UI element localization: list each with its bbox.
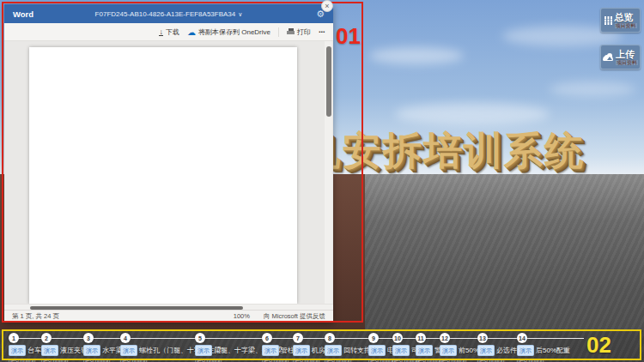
cloud-upload-icon bbox=[603, 53, 613, 62]
save-to-onedrive-label: 将副本保存到 OneDrive bbox=[198, 27, 270, 37]
chevron-down-icon: ∨ bbox=[238, 11, 242, 17]
demo-button[interactable]: 演示 bbox=[195, 345, 212, 356]
download-icon: ↓ bbox=[159, 28, 163, 36]
step-description: description bbox=[9, 358, 35, 362]
step-timeline-bar: 1演示台车组description2演示液压夹轨器description3演示水… bbox=[0, 330, 644, 362]
upload-button[interactable]: 上传 项目资料 bbox=[600, 45, 641, 69]
app-stage: 机安拆培训系统 总览 项目资料 上传 项目资料 Word F07FD245-AB… bbox=[0, 0, 644, 362]
annotation-label-01: 01 bbox=[336, 23, 361, 50]
step-description: description bbox=[120, 358, 147, 362]
step-label: 机房 bbox=[312, 346, 325, 355]
step-number-badge[interactable]: 6 bbox=[262, 333, 272, 343]
document-viewport bbox=[4, 41, 333, 304]
toolbar-divider bbox=[278, 27, 279, 37]
overview-button-sublabel: 项目资料 bbox=[615, 23, 637, 28]
demo-button[interactable]: 演示 bbox=[9, 345, 26, 356]
annotation-label-02: 02 bbox=[586, 332, 611, 359]
page-count-status: 第 1 页, 共 24 页 bbox=[12, 312, 234, 321]
step-description: description bbox=[41, 358, 68, 362]
step-description: description bbox=[83, 358, 110, 362]
step-number-badge[interactable]: 3 bbox=[83, 333, 94, 343]
vertical-scrollbar-thumb[interactable] bbox=[326, 46, 331, 117]
overview-button[interactable]: 总览 项目资料 bbox=[600, 8, 641, 33]
more-options-button[interactable]: ⋯ bbox=[319, 28, 326, 36]
demo-button[interactable]: 演示 bbox=[41, 345, 58, 356]
demo-button[interactable]: 演示 bbox=[83, 345, 100, 356]
step-number-badge[interactable]: 12 bbox=[440, 333, 450, 343]
upload-button-label: 上传 bbox=[616, 50, 635, 59]
demo-button[interactable]: 演示 bbox=[262, 345, 279, 356]
demo-button[interactable]: 演示 bbox=[120, 345, 137, 356]
step-description: description bbox=[517, 358, 544, 362]
zoom-level[interactable]: 100% bbox=[234, 312, 250, 321]
save-to-onedrive-button[interactable]: ☁ 将副本保存到 OneDrive bbox=[187, 27, 270, 37]
print-label: 打印 bbox=[297, 27, 311, 37]
step-description: description bbox=[440, 358, 466, 362]
timeline-step: 13演示必选件description bbox=[477, 333, 517, 362]
cloud-icon: ☁ bbox=[187, 27, 196, 37]
step-description: description bbox=[416, 358, 442, 362]
step-number-badge[interactable]: 10 bbox=[392, 333, 403, 343]
timeline-step: 3演示水平梁description bbox=[83, 333, 123, 362]
word-titlebar: Word F07FD245-AB10-4826-A13E-FEF8A53FBA3… bbox=[4, 4, 333, 23]
vertical-scrollbar[interactable] bbox=[325, 41, 332, 304]
cloud bbox=[550, 81, 635, 97]
step-description: description bbox=[477, 358, 504, 362]
step-number-badge[interactable]: 1 bbox=[9, 333, 19, 343]
timeline-step: 6演示管柱description bbox=[262, 333, 295, 362]
step-number-badge[interactable]: 14 bbox=[517, 333, 527, 343]
step-number-badge[interactable]: 7 bbox=[293, 333, 303, 343]
step-number-badge[interactable]: 13 bbox=[477, 333, 488, 343]
demo-button[interactable]: 演示 bbox=[325, 345, 342, 356]
horizontal-scrollbar-thumb[interactable] bbox=[30, 306, 243, 310]
step-number-badge[interactable]: 9 bbox=[368, 333, 379, 343]
download-button[interactable]: ↓ 下载 bbox=[159, 27, 179, 37]
step-number-badge[interactable]: 4 bbox=[120, 333, 131, 343]
demo-button[interactable]: 演示 bbox=[440, 345, 457, 356]
step-label: 回转支撑 bbox=[343, 346, 371, 355]
word-command-bar: ↓ 下载 ☁ 将副本保存到 OneDrive 打印 ⋯ bbox=[4, 23, 333, 41]
print-button[interactable]: 打印 bbox=[287, 27, 311, 37]
step-label: 必选件 bbox=[496, 346, 517, 355]
download-label: 下载 bbox=[166, 27, 179, 37]
step-number-badge[interactable]: 2 bbox=[41, 333, 52, 343]
grid-icon bbox=[605, 16, 612, 24]
document-title: F07FD245-AB10-4826-A13E-FEF8A53FBA34 bbox=[95, 10, 236, 18]
demo-button[interactable]: 演示 bbox=[392, 345, 410, 356]
step-number-badge[interactable]: 11 bbox=[416, 333, 426, 343]
timeline-step: 14演示后50%配重description bbox=[517, 333, 570, 362]
step-description: description bbox=[262, 358, 289, 362]
step-number-badge[interactable]: 8 bbox=[325, 333, 335, 343]
cloud bbox=[369, 47, 464, 64]
overview-button-label: 总览 bbox=[615, 13, 634, 22]
demo-button[interactable]: 演示 bbox=[477, 345, 495, 356]
word-viewer-window: Word F07FD245-AB10-4826-A13E-FEF8A53FBA3… bbox=[4, 4, 333, 323]
step-description: description bbox=[325, 358, 351, 362]
word-app-name: Word bbox=[13, 9, 73, 19]
scene-title-3d-text: 机安拆培训系统 bbox=[302, 125, 585, 177]
demo-button[interactable]: 演示 bbox=[517, 345, 534, 356]
settings-gear-icon[interactable]: ⚙ bbox=[264, 9, 325, 20]
upload-button-sublabel: 项目资料 bbox=[616, 60, 638, 65]
horizontal-scrollbar[interactable] bbox=[4, 304, 333, 310]
timeline-step: 7演示机房description bbox=[293, 333, 325, 362]
document-page bbox=[29, 47, 297, 304]
step-label: 后50%配重 bbox=[536, 346, 570, 355]
word-status-bar: 第 1 页, 共 24 页 100% 向 Microsoft 提供反馈 bbox=[4, 310, 333, 323]
close-icon[interactable]: × bbox=[321, 0, 333, 12]
step-description: description bbox=[368, 358, 395, 362]
cloud bbox=[395, 103, 550, 125]
step-description: description bbox=[293, 358, 319, 362]
printer-icon bbox=[287, 28, 295, 35]
timeline-step: 8演示回转支撑description bbox=[325, 333, 371, 362]
demo-button[interactable]: 演示 bbox=[416, 345, 433, 356]
demo-button[interactable]: 演示 bbox=[368, 345, 386, 356]
step-number-badge[interactable]: 5 bbox=[195, 333, 205, 343]
document-title-dropdown[interactable]: F07FD245-AB10-4826-A13E-FEF8A53FBA34∨ bbox=[73, 10, 264, 18]
feedback-link[interactable]: 向 Microsoft 提供反馈 bbox=[264, 312, 325, 321]
demo-button[interactable]: 演示 bbox=[293, 345, 310, 356]
step-description: description bbox=[195, 358, 222, 362]
